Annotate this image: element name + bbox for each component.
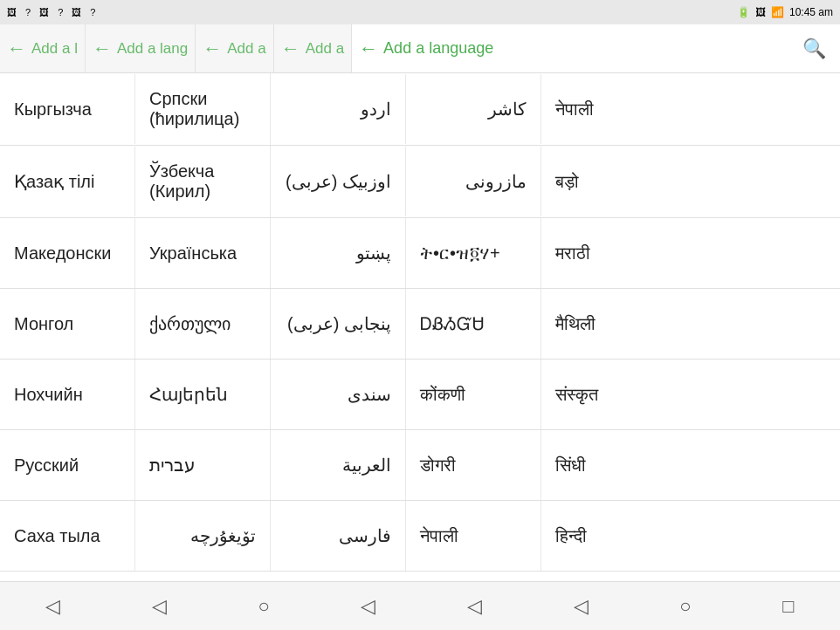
header-title-3: Add a bbox=[227, 40, 265, 58]
nav-home-1[interactable] bbox=[244, 588, 284, 625]
lang-cell-5-3[interactable]: डोगरी bbox=[406, 430, 541, 500]
lang-cell-2-0[interactable]: Македонски bbox=[0, 218, 135, 288]
lang-cell-6-0[interactable]: Саха тыла bbox=[0, 501, 135, 571]
status-icon-4: ? bbox=[58, 7, 63, 17]
header-panel-5: ← Add a language 🔍 bbox=[352, 24, 840, 72]
header-panel-4: ← Add a bbox=[274, 24, 352, 72]
lang-cell-4-3[interactable]: कोंकणी bbox=[406, 360, 541, 429]
clock: 10:45 am bbox=[789, 6, 833, 18]
lang-cell-4-4[interactable]: संस्कृत bbox=[541, 360, 840, 429]
header-panel-3: ← Add a bbox=[196, 24, 273, 72]
status-icon-1: 🖼 bbox=[7, 7, 17, 17]
lang-cell-1-0[interactable]: Қазақ тілі bbox=[0, 147, 135, 216]
signal-icon: 🖼 bbox=[755, 6, 766, 18]
status-icon-5: 🖼 bbox=[72, 7, 81, 17]
lang-cell-1-3[interactable]: مازرونی bbox=[406, 147, 541, 216]
back-button-1[interactable]: ← bbox=[7, 38, 26, 60]
nav-recents[interactable] bbox=[768, 588, 808, 625]
nav-back-4[interactable] bbox=[453, 588, 496, 625]
status-icon-3: 🖼 bbox=[39, 7, 49, 17]
status-right: 🔋 🖼 📶 10:45 am bbox=[737, 6, 833, 18]
lang-cell-2-3[interactable]: ት•ር•ዝ፬ሃ+ bbox=[406, 218, 541, 288]
lang-cell-3-1[interactable]: ქართული bbox=[135, 289, 271, 359]
lang-cell-6-3[interactable]: नेपाली bbox=[406, 501, 541, 571]
lang-cell-5-1[interactable]: עברית bbox=[135, 430, 271, 500]
header-title-4: Add a bbox=[306, 40, 344, 58]
lang-cell-5-4[interactable]: सिंधी bbox=[541, 430, 840, 500]
nav-home-2[interactable] bbox=[665, 588, 705, 625]
back-button-5[interactable]: ← bbox=[359, 38, 378, 60]
lang-row[interactable]: Саха тылаتۆيغۇرچهفارسیनेपालीहिन्दी bbox=[0, 501, 840, 572]
lang-row[interactable]: НохчийнՀայերենسندیकोंकणीसंस्कृत bbox=[0, 360, 840, 430]
wifi-icon: 📶 bbox=[771, 6, 784, 18]
header-title-5: Add a language bbox=[383, 39, 493, 58]
header-panel-2: ← Add a lang bbox=[86, 24, 196, 72]
lang-cell-0-4[interactable]: नेपाली bbox=[541, 74, 840, 144]
back-button-2[interactable]: ← bbox=[93, 38, 112, 60]
header-title-1: Add a l bbox=[31, 40, 78, 58]
lang-cell-6-2[interactable]: فارسی bbox=[271, 501, 406, 571]
lang-row[interactable]: МакедонскиУкраїнськаپښتوት•ር•ዝ፬ሃ+मराठी bbox=[0, 218, 840, 289]
back-button-3[interactable]: ← bbox=[203, 38, 222, 60]
lang-cell-3-4[interactable]: मैथिली bbox=[541, 289, 840, 359]
main-content: КыргызчаСрпски (ћирилица)اردوکاشرनेपालीҚ… bbox=[0, 73, 840, 581]
lang-cell-0-3[interactable]: کاشر bbox=[406, 74, 541, 144]
nav-back-2[interactable] bbox=[138, 588, 181, 625]
back-button-4[interactable]: ← bbox=[281, 38, 300, 60]
battery-icon: 🔋 bbox=[737, 6, 750, 18]
status-left-icons: 🖼 ? 🖼 ? 🖼 ? bbox=[7, 7, 95, 17]
lang-cell-6-4[interactable]: हिन्दी bbox=[541, 501, 840, 571]
lang-cell-0-1[interactable]: Српски (ћирилица) bbox=[135, 73, 271, 145]
lang-cell-2-1[interactable]: Українська bbox=[135, 218, 271, 288]
lang-cell-2-4[interactable]: मराठी bbox=[541, 218, 840, 288]
status-icon-6: ? bbox=[90, 7, 95, 17]
lang-row[interactable]: КыргызчаСрпски (ћирилица)اردوکاشرनेपाली bbox=[0, 73, 840, 146]
lang-cell-0-2[interactable]: اردو bbox=[271, 74, 406, 144]
lang-cell-0-0[interactable]: Кыргызча bbox=[0, 74, 135, 144]
header-panel-1: ← Add a l bbox=[0, 24, 86, 72]
nav-back-5[interactable] bbox=[560, 588, 602, 625]
nav-back-3[interactable] bbox=[347, 588, 389, 625]
lang-cell-1-4[interactable]: बड़ो bbox=[541, 147, 840, 216]
lang-cell-6-1[interactable]: تۆيغۇرچه bbox=[135, 501, 271, 571]
lang-cell-3-3[interactable]: ᎠᏰᏱᏳᏌ bbox=[406, 289, 541, 359]
bottom-nav bbox=[0, 581, 840, 630]
lang-cell-3-0[interactable]: Монгол bbox=[0, 289, 135, 359]
header-title-2: Add a lang bbox=[117, 40, 188, 58]
lang-cell-4-1[interactable]: Հայերեն bbox=[135, 360, 271, 429]
lang-cell-4-2[interactable]: سندی bbox=[271, 360, 406, 429]
lang-cell-2-2[interactable]: پښتو bbox=[271, 218, 406, 288]
lang-cell-3-2[interactable]: پنجابی (عربی) bbox=[271, 289, 406, 359]
language-list: КыргызчаСрпски (ћирилица)اردوکاشرनेपालीҚ… bbox=[0, 73, 840, 572]
status-icon-2: ? bbox=[25, 7, 31, 17]
lang-cell-1-1[interactable]: Ўзбекча (Кирил) bbox=[135, 146, 271, 217]
lang-cell-5-0[interactable]: Русский bbox=[0, 430, 135, 500]
lang-row[interactable]: Қазақ тіліЎзбекча (Кирил)اوزبیک (عربی)ما… bbox=[0, 146, 840, 218]
lang-row[interactable]: Русскийעבריתالعربيةडोगरीसिंधी bbox=[0, 430, 840, 501]
lang-row[interactable]: Монголქართულიپنجابی (عربی)ᎠᏰᏱᏳᏌमैथिली bbox=[0, 289, 840, 360]
lang-cell-4-0[interactable]: Нохчийн bbox=[0, 360, 135, 429]
search-button[interactable]: 🔍 bbox=[795, 34, 833, 64]
header-bar: ← Add a l ← Add a lang ← Add a ← Add a ←… bbox=[0, 24, 840, 73]
nav-back-1[interactable] bbox=[31, 588, 74, 625]
lang-cell-1-2[interactable]: اوزبیک (عربی) bbox=[271, 147, 406, 216]
lang-cell-5-2[interactable]: العربية bbox=[271, 430, 406, 500]
status-bar: 🖼 ? 🖼 ? 🖼 ? 🔋 🖼 📶 10:45 am bbox=[0, 0, 840, 24]
